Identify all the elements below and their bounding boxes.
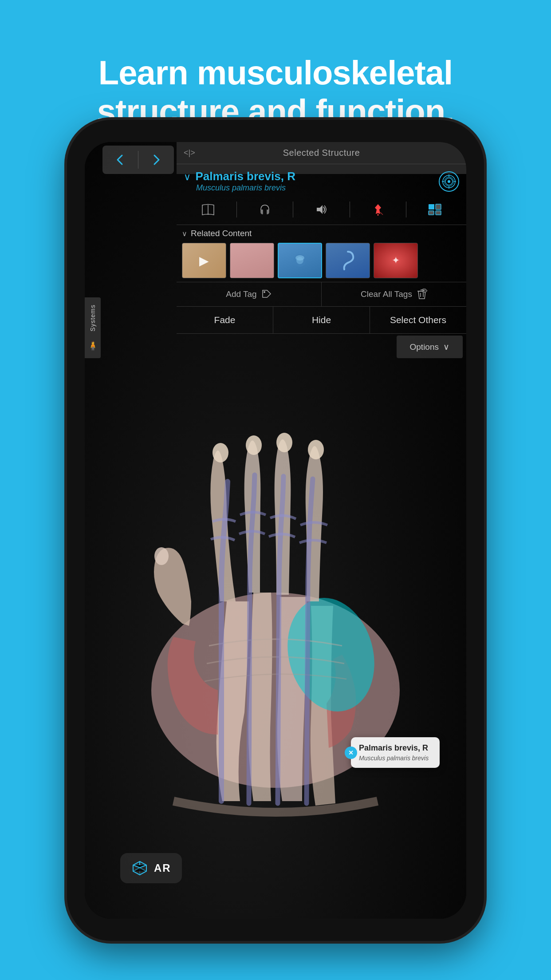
toolbar-audio-btn[interactable] [239, 198, 291, 221]
phone-device: Systems 🧍 [67, 120, 484, 941]
options-chevron: ∨ [443, 342, 449, 352]
thumb-5-img: ✦ [374, 243, 417, 278]
toolbar-divider-2 [293, 202, 293, 217]
grid-layout-icon [428, 203, 442, 216]
toolbar-pin-btn[interactable] [352, 198, 405, 221]
structure-name-text: ∨ Palmaris brevis, R Musculus palmaris b… [184, 170, 439, 193]
systems-tab[interactable]: Systems 🧍 [85, 297, 101, 358]
structure-name-latin: Musculus palmaris brevis [184, 183, 286, 193]
nav-forward-button[interactable] [138, 144, 174, 176]
svg-point-5 [308, 440, 324, 459]
svg-rect-20 [436, 211, 441, 215]
annotation-name: Palmaris brevis, R [359, 743, 432, 753]
svg-point-27 [423, 290, 424, 292]
hide-button[interactable]: Hide [273, 307, 370, 333]
thumbnail-2[interactable] [230, 243, 274, 278]
tag-row: Add Tag Clear All Tags [177, 282, 466, 307]
nav-bar: <|> Selected Structure ∨ Palmaris brevis… [85, 142, 466, 174]
toolbar-divider-3 [350, 202, 350, 217]
toolbar-grid-btn[interactable] [408, 198, 461, 221]
annotation-tooltip: ✕ Palmaris brevis, R Musculus palmaris b… [351, 737, 440, 768]
pin-icon [371, 203, 385, 216]
joint-icon [291, 252, 309, 269]
svg-point-8 [445, 178, 453, 185]
related-thumbnails: ▶ [182, 243, 461, 278]
add-tag-label: Add Tag [226, 289, 256, 299]
clear-tags-button[interactable]: Clear All Tags [322, 282, 466, 306]
structure-name-row: ∨ Palmaris brevis, R Musculus palmaris b… [177, 164, 466, 194]
svg-point-24 [264, 291, 265, 293]
target-crosshair-icon [441, 174, 457, 190]
related-content-label: Related Content [191, 229, 252, 238]
fade-button[interactable]: Fade [177, 307, 273, 333]
toolbar-book-btn[interactable] [182, 198, 235, 221]
svg-point-23 [295, 255, 304, 261]
thumbnail-3[interactable] [278, 243, 322, 278]
svg-marker-14 [317, 205, 323, 214]
structure-header-bracket: <|> [184, 148, 195, 158]
svg-point-4 [276, 433, 292, 452]
related-content-chevron: ∨ [182, 229, 187, 238]
trash-icon [417, 288, 427, 300]
forward-arrow-icon [149, 153, 163, 167]
thumbnail-4[interactable] [326, 243, 370, 278]
ar-label: AR [154, 862, 171, 874]
svg-rect-17 [429, 204, 434, 209]
options-button[interactable]: Options ∨ [397, 336, 463, 358]
toolbar-divider-1 [236, 202, 237, 217]
svg-rect-18 [436, 204, 441, 209]
clear-tags-label: Clear All Tags [361, 289, 412, 299]
annotation-close-btn[interactable]: ✕ [345, 747, 357, 759]
ar-cube-icon [131, 859, 149, 877]
nav-back-button[interactable] [102, 144, 138, 176]
hand-anatomy-area [85, 284, 466, 919]
thumb-3-img [279, 244, 321, 277]
target-icon[interactable] [439, 171, 459, 192]
person-icon: 🧍 [87, 340, 98, 351]
structure-name-chevron: ∨ [184, 171, 191, 182]
svg-point-7 [443, 175, 455, 188]
related-content-section: ∨ Related Content ▶ [177, 225, 466, 282]
toolbar-row [177, 194, 466, 225]
svg-point-6 [154, 547, 169, 565]
options-row: Options ∨ [177, 334, 466, 360]
add-tag-button[interactable]: Add Tag [177, 282, 322, 306]
nav-back-forward [102, 146, 174, 174]
action-row: Fade Hide Select Others [177, 307, 466, 334]
annotation-latin: Musculus palmaris brevis [359, 755, 432, 762]
play-icon: ▶ [199, 253, 209, 268]
ar-button[interactable]: AR [120, 853, 182, 883]
structure-header: <|> Selected Structure [177, 142, 466, 164]
svg-rect-19 [429, 211, 434, 215]
book-icon [201, 203, 215, 216]
svg-point-3 [246, 435, 262, 455]
structure-header-title: Selected Structure [283, 148, 360, 158]
speaker-icon [315, 203, 328, 216]
tag-icon [261, 289, 272, 300]
thumb-2-img [230, 243, 274, 278]
headphone-icon [258, 203, 272, 216]
related-content-header: ∨ Related Content [182, 229, 461, 238]
top-panel: <|> Selected Structure ∨ Palmaris brevis… [85, 142, 466, 174]
thumb-4-img [326, 243, 370, 278]
svg-line-16 [380, 212, 383, 215]
toolbar-sound-btn[interactable] [295, 198, 348, 221]
options-label: Options [410, 342, 439, 352]
phone-screen: Systems 🧍 [85, 142, 466, 919]
select-others-button[interactable]: Select Others [370, 307, 466, 333]
structure-name-main: Palmaris brevis, R [195, 170, 295, 183]
hook-icon [339, 249, 357, 272]
svg-point-2 [213, 443, 228, 462]
back-arrow-icon [113, 153, 127, 167]
thumbnail-1[interactable]: ▶ [182, 243, 226, 278]
systems-label: Systems [89, 304, 96, 332]
toolbar-divider-4 [406, 202, 406, 217]
svg-point-9 [448, 180, 450, 183]
structure-panel: <|> Selected Structure ∨ Palmaris brevis… [177, 142, 466, 174]
hand-anatomy-svg [85, 284, 466, 919]
thumbnail-5[interactable]: ✦ [374, 243, 418, 278]
